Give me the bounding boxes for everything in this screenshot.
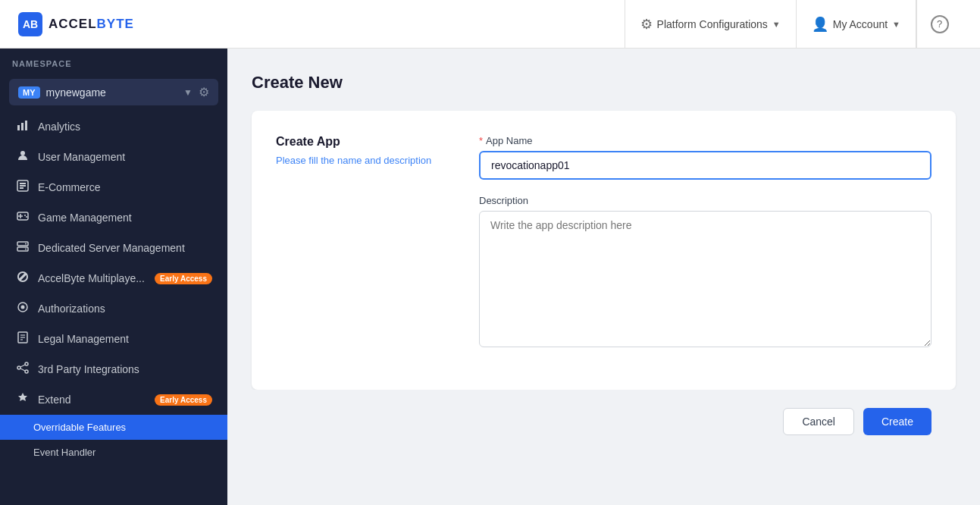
platform-config-label: Platform Configurations	[657, 18, 768, 30]
main-content: Create New Create App Please fill the na…	[227, 49, 980, 505]
sidebar-item-user-management-label: User Management	[38, 151, 212, 163]
namespace-selector[interactable]: MY mynewgame ▼ ⚙	[9, 79, 218, 105]
game-management-icon	[15, 210, 30, 225]
svg-rect-6	[20, 185, 26, 187]
namespace-badge: MY	[18, 86, 40, 99]
namespace-label: NAMESPACE	[0, 49, 227, 79]
ecommerce-icon	[15, 180, 30, 195]
create-button[interactable]: Create	[863, 408, 931, 435]
form-section-desc: Please fill the name and description	[276, 155, 443, 166]
page-title: Create New	[252, 73, 956, 93]
sidebar-item-game-management[interactable]: Game Management	[0, 202, 227, 233]
sidebar-sub-item-overridable[interactable]: Overridable Features	[0, 415, 227, 440]
description-label: Description	[479, 195, 931, 206]
svg-point-12	[26, 216, 27, 218]
logo-icon: AB	[18, 12, 42, 36]
sidebar-sub-item-event-handler-label: Event Handler	[33, 447, 95, 458]
svg-point-15	[25, 243, 27, 245]
sidebar-item-3rd-party[interactable]: 3rd Party Integrations	[0, 354, 227, 384]
top-navigation: AB ACCELBYTE ⚙ Platform Configurations ▼…	[0, 0, 980, 49]
app-name-group: * App Name	[479, 135, 931, 180]
user-icon: 👤	[812, 16, 828, 33]
app-name-label: * App Name	[479, 135, 931, 146]
form-right: * App Name Description	[479, 135, 931, 365]
svg-rect-5	[20, 183, 26, 184]
chevron-down-icon: ▼	[892, 20, 900, 29]
help-icon: ?	[931, 15, 949, 33]
dedicated-server-icon	[15, 240, 30, 256]
my-account-button[interactable]: 👤 My Account ▼	[797, 0, 916, 49]
sidebar-item-ecommerce-label: E-Commerce	[38, 181, 212, 193]
sidebar-item-legal-label: Legal Management	[38, 333, 212, 345]
topnav-right: ⚙ Platform Configurations ▼ 👤 My Account…	[625, 0, 962, 49]
form-section-title: Create App	[276, 135, 443, 149]
svg-point-18	[21, 306, 25, 309]
svg-point-24	[25, 362, 28, 365]
svg-point-11	[24, 215, 26, 216]
authorizations-icon	[15, 301, 30, 316]
namespace-gear-icon[interactable]: ⚙	[199, 85, 209, 99]
sidebar: NAMESPACE MY mynewgame ▼ ⚙ Analytics Use…	[0, 49, 227, 505]
sidebar-item-extend[interactable]: Extend Early Access	[0, 384, 227, 415]
svg-line-27	[20, 369, 25, 371]
description-textarea[interactable]	[479, 211, 931, 347]
sidebar-item-3rd-party-label: 3rd Party Integrations	[38, 363, 212, 375]
sidebar-item-ecommerce[interactable]: E-Commerce	[0, 172, 227, 202]
analytics-icon	[15, 119, 30, 134]
sidebar-sub-item-overridable-label: Overridable Features	[33, 422, 126, 433]
svg-rect-0	[17, 125, 20, 130]
sidebar-item-analytics[interactable]: Analytics	[0, 111, 227, 142]
sidebar-item-user-management[interactable]: User Management	[0, 142, 227, 172]
extend-icon	[15, 392, 30, 407]
multiplayer-icon	[15, 271, 30, 286]
logo-text: ACCELBYTE	[49, 17, 134, 32]
footer-actions: Cancel Create	[252, 390, 956, 453]
form-section: Create App Please fill the name and desc…	[276, 135, 931, 365]
sidebar-item-accelbyte-multiplayer[interactable]: AccelByte Multiplaye... Early Access	[0, 263, 227, 293]
sidebar-sub-item-event-handler[interactable]: Event Handler	[0, 440, 227, 465]
sidebar-item-dedicated-server-label: Dedicated Server Management	[38, 242, 212, 254]
sidebar-item-extend-label: Extend	[38, 394, 147, 406]
gear-icon: ⚙	[640, 16, 653, 33]
svg-point-25	[25, 370, 28, 373]
sidebar-item-legal-management[interactable]: Legal Management	[0, 324, 227, 354]
early-access-badge-extend: Early Access	[155, 394, 212, 406]
user-management-icon	[15, 149, 30, 165]
sidebar-item-analytics-label: Analytics	[38, 121, 212, 133]
namespace-chevron-icon: ▼	[183, 87, 193, 98]
svg-rect-1	[21, 123, 23, 130]
svg-rect-7	[20, 187, 23, 189]
logo: AB ACCELBYTE	[18, 12, 625, 36]
sidebar-item-authorizations[interactable]: Authorizations	[0, 293, 227, 324]
form-card: Create App Please fill the name and desc…	[252, 111, 956, 390]
chevron-down-icon: ▼	[772, 20, 781, 29]
sidebar-item-dedicated-server[interactable]: Dedicated Server Management	[0, 233, 227, 263]
sidebar-item-game-management-label: Game Management	[38, 212, 212, 224]
app-name-input[interactable]	[479, 151, 931, 180]
required-star: *	[479, 135, 483, 146]
cancel-button[interactable]: Cancel	[783, 408, 854, 435]
platform-config-button[interactable]: ⚙ Platform Configurations ▼	[625, 0, 797, 49]
svg-rect-2	[25, 121, 27, 130]
svg-line-26	[20, 365, 25, 367]
legal-icon	[15, 331, 30, 347]
early-access-badge-multiplayer: Early Access	[155, 273, 212, 284]
sidebar-item-accelbyte-multiplayer-label: AccelByte Multiplaye...	[38, 272, 147, 284]
description-group: Description	[479, 195, 931, 350]
form-left: Create App Please fill the name and desc…	[276, 135, 443, 365]
my-account-label: My Account	[833, 18, 888, 30]
main-layout: NAMESPACE MY mynewgame ▼ ⚙ Analytics Use…	[0, 49, 980, 505]
3rd-party-icon	[15, 362, 30, 377]
svg-point-16	[25, 249, 27, 250]
svg-point-3	[20, 151, 25, 155]
help-button[interactable]: ?	[916, 0, 962, 49]
namespace-name: mynewgame	[46, 86, 184, 99]
svg-point-23	[17, 366, 20, 369]
sidebar-item-authorizations-label: Authorizations	[38, 303, 212, 315]
